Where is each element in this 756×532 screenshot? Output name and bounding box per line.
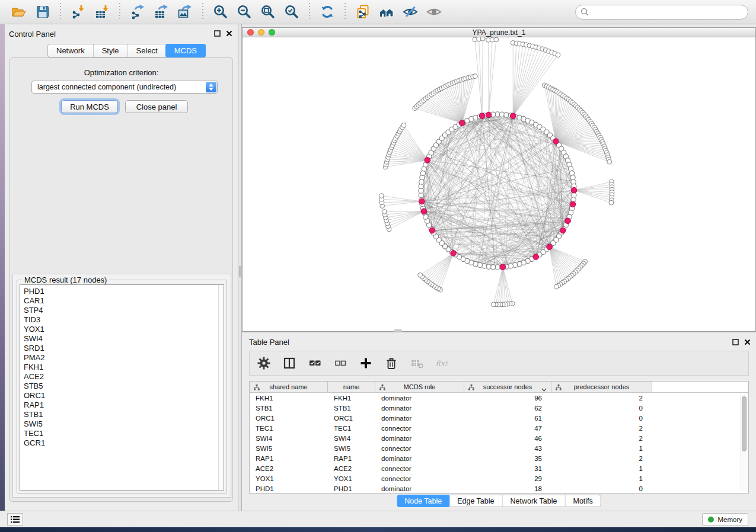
zoom-selected-icon[interactable]: [283, 4, 300, 20]
deselect-all-rows-icon[interactable]: [333, 356, 347, 370]
network-window-titlebar[interactable]: YPA_prune.txt_1: [243, 28, 755, 37]
float-panel-icon[interactable]: [214, 30, 221, 37]
table-row[interactable]: RAP1RAP1dominator352: [250, 453, 748, 463]
float-table-panel-icon[interactable]: [732, 339, 739, 345]
zoom-in-icon[interactable]: [212, 4, 229, 20]
search-input[interactable]: [592, 8, 743, 16]
show-columns-icon[interactable]: [282, 356, 296, 370]
mcds-result-item[interactable]: CAR1: [24, 296, 224, 306]
apply-layout-refresh-icon[interactable]: [319, 4, 336, 20]
mcds-result-item[interactable]: STB1: [24, 410, 224, 419]
tab-motifs[interactable]: Motifs: [564, 495, 600, 507]
mcds-result-item[interactable]: SRD1: [24, 344, 224, 353]
export-image-icon[interactable]: [177, 4, 193, 20]
zoom-fit-icon[interactable]: [260, 4, 276, 20]
import-network-icon[interactable]: [70, 4, 87, 20]
tab-style[interactable]: Style: [93, 44, 127, 57]
mcds-result-item[interactable]: STB5: [24, 382, 224, 391]
export-network-icon[interactable]: [129, 4, 146, 20]
close-panel-button[interactable]: Close panel: [125, 100, 188, 113]
minimize-window-icon[interactable]: [258, 29, 264, 36]
mcds-result-item[interactable]: SWI5: [24, 419, 224, 429]
close-panel-icon[interactable]: [226, 30, 232, 37]
maximize-window-icon[interactable]: [269, 29, 275, 36]
mcds-result-item[interactable]: FKH1: [24, 363, 224, 372]
tab-node-table[interactable]: Node Table: [397, 495, 449, 507]
criterion-select[interactable]: largest connected component (undirected): [31, 81, 218, 94]
zoom-out-icon[interactable]: [236, 4, 253, 20]
table-row[interactable]: SWI4SWI4dominator462: [250, 433, 748, 443]
mcds-result-item[interactable]: TEC1: [24, 429, 224, 438]
vertical-splitter[interactable]: [238, 24, 242, 511]
hide-selected-eye-icon[interactable]: [402, 4, 419, 20]
mcds-result-item[interactable]: SWI4: [24, 334, 224, 344]
table-scrollbar[interactable]: [741, 395, 747, 491]
mcds-result-item[interactable]: ORC1: [24, 391, 224, 400]
table-row[interactable]: TEC1TEC1connector472: [250, 423, 748, 433]
table-row[interactable]: PHD1PHD1dominator180: [250, 483, 748, 493]
column-header-predecessor-nodes[interactable]: predecessor nodes: [551, 382, 652, 392]
mcds-result-item[interactable]: PHD1: [24, 287, 224, 296]
splitter-handle[interactable]: [239, 266, 241, 277]
mcds-result-item[interactable]: PMA2: [24, 353, 224, 363]
column-header-successor-nodes[interactable]: successor nodes: [464, 382, 551, 392]
memory-button[interactable]: Memory: [702, 513, 748, 526]
cell: RAP1: [328, 455, 375, 462]
sort-chevron-icon[interactable]: [541, 386, 547, 393]
node-table[interactable]: shared namenameMCDS rolesuccessor nodesp…: [249, 381, 749, 493]
node-table-body: FKH1FKH1dominator962STB1STB1dominator620…: [250, 393, 748, 493]
network-graph[interactable]: [243, 37, 755, 331]
table-row[interactable]: ORC1ORC1dominator610: [250, 413, 748, 423]
export-table-icon[interactable]: [153, 4, 170, 20]
cell: 31: [464, 465, 551, 472]
show-all-eye-icon[interactable]: [426, 4, 442, 20]
column-header-shared-name[interactable]: shared name: [250, 382, 328, 392]
table-row[interactable]: FKH1FKH1dominator962: [250, 393, 748, 403]
table-settings-gear-icon[interactable]: [257, 356, 271, 370]
table-row[interactable]: STB1STB1dominator620: [250, 403, 748, 413]
mcds-result-item[interactable]: RAP1: [24, 400, 224, 410]
list-scrollbar[interactable]: [218, 285, 224, 490]
network-canvas[interactable]: [243, 37, 755, 331]
save-session-icon[interactable]: [34, 4, 51, 20]
mcds-tab-content: Optimization criterion: largest connecte…: [9, 57, 233, 502]
table-scrollbar-thumb[interactable]: [742, 396, 747, 451]
clear-table-icon: [410, 356, 424, 370]
delete-row-icon[interactable]: [384, 356, 398, 370]
tab-select[interactable]: Select: [127, 44, 166, 57]
mcds-result-item[interactable]: ACE2: [24, 372, 224, 382]
tree-column-icon: [556, 384, 562, 392]
mcds-result-item[interactable]: GCR1: [24, 438, 224, 448]
close-window-icon[interactable]: [247, 29, 254, 36]
memory-button-label: Memory: [717, 516, 742, 523]
mcds-result-item[interactable]: YOX1: [24, 325, 224, 334]
table-panel: Table Panel f(x) shared namenameMCDS rol…: [242, 332, 756, 511]
cell: 0: [551, 415, 652, 422]
mcds-result-item[interactable]: STP4: [24, 306, 224, 315]
column-header-MCDS-role[interactable]: MCDS role: [375, 382, 464, 392]
task-history-button[interactable]: [7, 513, 23, 525]
clone-network-icon[interactable]: [355, 4, 371, 20]
table-row[interactable]: SWI5SWI5connector431: [250, 443, 748, 453]
add-row-icon[interactable]: [359, 356, 373, 370]
select-stepper-icon[interactable]: [206, 82, 216, 92]
mcds-result-list[interactable]: PHD1CAR1STP4TID3YOX1SWI4SRD1PMA2FKH1ACE2…: [20, 284, 224, 491]
search-box[interactable]: [575, 5, 748, 20]
header-filler: [652, 382, 748, 392]
column-header-name[interactable]: name: [328, 382, 375, 392]
first-neighbors-icon[interactable]: [378, 4, 395, 20]
tab-edge-table[interactable]: Edge Table: [449, 495, 502, 507]
tab-network[interactable]: Network: [48, 44, 93, 57]
tab-mcds[interactable]: MCDS: [165, 44, 206, 57]
table-row[interactable]: ACE2ACE2connector311: [250, 463, 748, 473]
cell: ORC1: [328, 415, 375, 422]
close-table-panel-icon[interactable]: [744, 339, 751, 345]
import-table-icon[interactable]: [94, 4, 110, 20]
select-all-rows-icon[interactable]: [308, 356, 322, 370]
table-row[interactable]: YOX1YOX1connector291: [250, 473, 748, 483]
mcds-result-item[interactable]: TID3: [24, 315, 224, 325]
open-file-icon[interactable]: [11, 4, 27, 20]
status-bar: Memory: [0, 511, 756, 527]
run-mcds-button[interactable]: Run MCDS: [61, 100, 118, 113]
tab-network-table[interactable]: Network Table: [502, 495, 565, 507]
